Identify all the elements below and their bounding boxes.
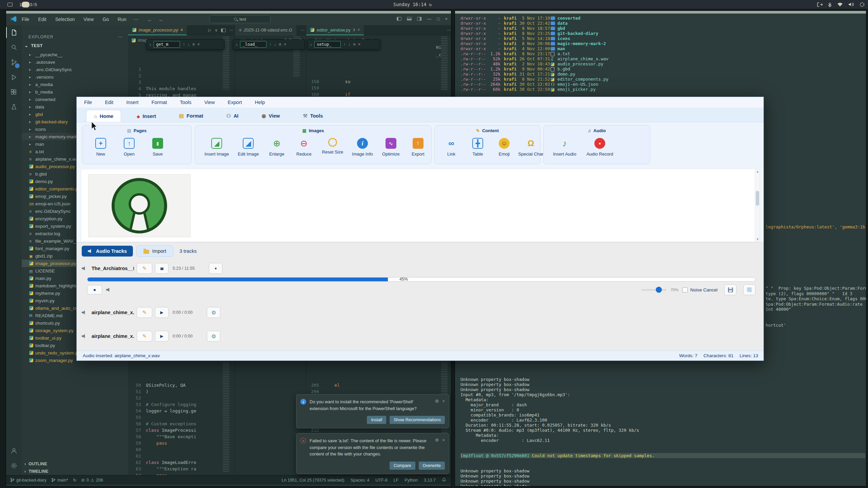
toggle-sidebar-icon[interactable] — [397, 17, 401, 21]
track-progress-bar[interactable]: 45% — [87, 277, 755, 282]
source-control-icon[interactable] — [6, 55, 22, 70]
search-icon[interactable] — [6, 40, 22, 55]
noise-cancel-checkbox[interactable] — [683, 287, 688, 292]
audio-tracks-tab[interactable]: Audio Tracks — [82, 246, 133, 257]
workspace-button[interactable]: 5 — [35, 2, 37, 7]
indentation[interactable]: Spaces: 4 — [351, 478, 370, 483]
branch-indicator[interactable]: git-backed-diary — [10, 478, 46, 483]
settings-icon[interactable] — [860, 2, 865, 7]
ribbon-button[interactable]: ΩSpecial Char — [521, 138, 540, 157]
tab-diary-entry[interactable]: 2025-11-08-sdasd.enc.G — [235, 25, 296, 35]
nav-back-icon[interactable]: ← — [147, 17, 153, 22]
eol-indicator[interactable]: LF — [394, 478, 399, 483]
file-tree-item[interactable]: ▸ b_media — [22, 88, 128, 96]
ribbon-button[interactable]: ●Audio Record — [587, 138, 613, 157]
notification-settings-icon[interactable]: ⚙ — [435, 438, 439, 458]
ribbon-button[interactable]: ⊕Enlarge — [268, 138, 286, 157]
find-selection-icon[interactable]: ≡ — [279, 42, 281, 47]
workspace-button[interactable]: 4 — [32, 2, 35, 7]
find-prev-icon[interactable]: ↑ — [183, 42, 185, 47]
ribbon-button[interactable]: iImage Info — [352, 138, 373, 157]
problems-indicator[interactable]: ⊘ 0 ⚠ 206 — [81, 477, 103, 483]
editor-actions-icon[interactable]: ⋯ — [300, 28, 304, 33]
workspace-button[interactable]: 2 — [22, 2, 29, 7]
split-editor-icon[interactable] — [221, 28, 226, 32]
ribbon-button[interactable]: ▮Save — [149, 138, 167, 157]
notification-close-icon[interactable]: × — [442, 438, 445, 458]
code-view-bottom[interactable]: 50QSizePolicy, QA51)5253# Configure logg… — [128, 363, 228, 475]
wifi-icon[interactable] — [837, 2, 843, 7]
menu-item[interactable]: Edit — [38, 17, 46, 22]
minimap[interactable] — [223, 363, 229, 472]
show-recommendations-button[interactable]: Show Recommendations — [390, 416, 445, 424]
track-menu-button[interactable]: ▼ — [209, 263, 222, 274]
command-center-search[interactable]: test — [210, 15, 271, 23]
find-close-icon[interactable]: × — [358, 42, 360, 47]
run-dropdown-icon[interactable]: ∨ — [215, 28, 218, 33]
scrollbar[interactable]: ▲ ▼ — [755, 169, 760, 242]
find-widget[interactable]: › _load_ ↑ ↓ ≡ × — [233, 39, 305, 49]
window-titlebar-band[interactable] — [6, 11, 451, 14]
window-maximize-button[interactable]: □ — [437, 16, 440, 21]
ribbon-button[interactable]: ↑Open — [120, 138, 138, 157]
tab-editor-window[interactable]: editor_window.py3 × — [306, 25, 364, 35]
find-next-icon[interactable]: ↓ — [348, 42, 350, 47]
editor-actions-icon[interactable]: ⋯ — [447, 28, 451, 33]
volume-knob[interactable] — [656, 287, 662, 293]
ribbon-button[interactable]: ⊖Reduce — [295, 138, 313, 157]
file-tree-item[interactable]: ▸ .versions — [22, 73, 128, 81]
ribbon-button[interactable]: ◢Insert Image — [204, 138, 229, 157]
testing-icon[interactable] — [6, 100, 22, 115]
ribbon-tab[interactable]: Format — [172, 110, 211, 122]
find-input[interactable]: setup_ — [314, 41, 341, 48]
python-version[interactable]: 3.13.7 — [424, 478, 436, 483]
file-tree-item[interactable]: ▸ .autosave — [22, 58, 128, 66]
stop-button[interactable]: ■ — [87, 285, 102, 294]
editor-actions-icon[interactable]: ⋯ — [229, 28, 233, 33]
toggle-secondary-sidebar-icon[interactable] — [417, 17, 422, 21]
tab-close-icon[interactable]: × — [357, 27, 360, 32]
menu-item[interactable]: Tools — [180, 100, 192, 105]
overwrite-button[interactable]: Overwrite — [419, 462, 445, 470]
settings-gear-icon[interactable] — [6, 458, 22, 473]
workspace-button[interactable]: 3 — [29, 2, 32, 7]
menu-item[interactable]: View — [204, 100, 215, 105]
ribbon-tab[interactable]: Tools — [295, 110, 330, 122]
find-prev-icon[interactable]: ↑ — [343, 42, 346, 47]
find-next-icon[interactable]: ↓ — [274, 42, 276, 47]
find-selection-icon[interactable]: ≡ — [192, 42, 195, 47]
encoding[interactable]: UTF-8 — [375, 478, 387, 483]
head-indicator[interactable]: main* — [51, 478, 68, 483]
notification-close-icon[interactable]: × — [442, 399, 445, 412]
menu-more-icon[interactable]: ⋯ — [134, 17, 139, 22]
account-icon[interactable] — [6, 443, 22, 458]
install-button[interactable]: Install — [367, 416, 386, 424]
run-debug-icon[interactable] — [6, 70, 22, 85]
scrollbar-thumb[interactable] — [756, 191, 759, 206]
menu-item[interactable]: Help — [255, 100, 265, 105]
rename-track-button[interactable]: ✎ — [137, 331, 152, 342]
menu-item[interactable]: File — [84, 100, 92, 105]
ribbon-button[interactable]: ◢Edit Image — [238, 138, 259, 157]
ribbon-button[interactable]: +New — [92, 138, 110, 157]
mute-icon[interactable] — [106, 288, 111, 292]
ribbon-button[interactable]: Reset Size — [322, 138, 343, 157]
inserted-image[interactable] — [88, 174, 191, 237]
import-tab[interactable]: Import — [136, 245, 173, 257]
scroll-down-icon[interactable]: ▼ — [755, 238, 760, 241]
file-tree-item[interactable]: ▸ __pycache__ — [22, 51, 128, 58]
volume-icon[interactable] — [848, 2, 854, 7]
menu-item[interactable]: Insert — [126, 100, 138, 105]
track-settings-button[interactable]: ⚙ — [207, 331, 220, 342]
ribbon-button[interactable]: ╋Table — [469, 138, 487, 157]
toggle-panel-icon[interactable] — [407, 17, 412, 21]
play-button[interactable]: ▶ — [155, 331, 169, 342]
find-input[interactable]: _load_ — [240, 41, 267, 48]
pause-button[interactable]: ▮▮ — [155, 263, 169, 274]
find-next-icon[interactable]: ↓ — [188, 42, 190, 47]
tab-image-processor[interactable]: image_processor.py4 — [128, 25, 187, 35]
explorer-icon[interactable] — [6, 25, 22, 40]
compare-button[interactable]: Compare — [390, 462, 415, 470]
menu-item[interactable]: Format — [152, 100, 167, 105]
file-tree-item[interactable]: ▸ .enc.GitDiarySync — [22, 66, 128, 73]
